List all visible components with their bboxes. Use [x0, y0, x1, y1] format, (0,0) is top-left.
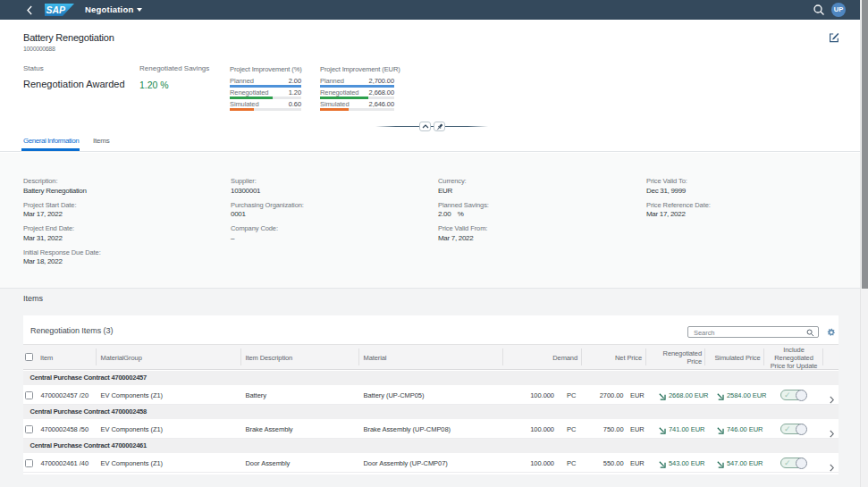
svg-text:SAP: SAP — [46, 4, 67, 15]
